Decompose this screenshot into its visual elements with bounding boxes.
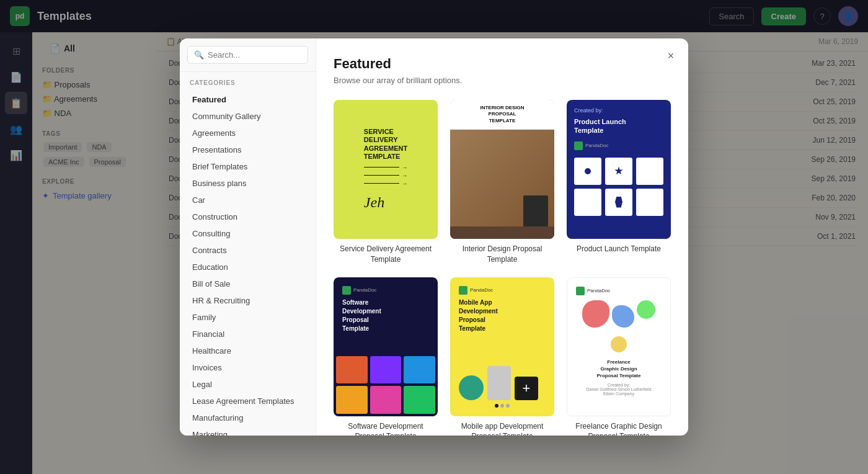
category-consulting[interactable]: Consulting: [182, 225, 313, 242]
category-manufacturing[interactable]: Manufacturing: [182, 409, 313, 426]
template-card-mobile-app[interactable]: PandaDoc Mobile AppDevelopmentProposalTe…: [450, 277, 554, 436]
category-contracts[interactable]: Contracts: [182, 242, 313, 259]
category-business[interactable]: Business plans: [182, 175, 313, 192]
category-community[interactable]: Community Gallery: [182, 108, 313, 125]
search-icon: 🔍: [194, 50, 204, 60]
template-thumb-2: INTERIOR DESIGNPROPOSALTEMPLATE: [450, 100, 554, 239]
category-marketing[interactable]: Marketing: [182, 426, 313, 436]
template-name-2: Interior Design Proposal Template: [450, 244, 554, 265]
template-thumb-1: SERVICEDELIVERYAGREEMENTTEMPLATE →: [334, 100, 438, 239]
category-family[interactable]: Family: [182, 309, 313, 326]
category-invoices[interactable]: Invoices: [182, 359, 313, 376]
modal-main-content: Featured Browse our array of brilliant o…: [316, 38, 688, 436]
featured-title: Featured: [334, 56, 671, 72]
template-name-6: Freelance Graphic Design Proposal Templa…: [567, 421, 671, 436]
category-healthcare[interactable]: Healthcare: [182, 342, 313, 359]
modal-body: 🔍 CATEGORIES Featured Community Gallery …: [180, 38, 688, 436]
category-lease[interactable]: Lease Agreement Templates: [182, 393, 313, 409]
modal-close-button[interactable]: ×: [662, 47, 680, 65]
template-thumb-5: PandaDoc Mobile AppDevelopmentProposalTe…: [450, 277, 554, 416]
template-thumb-4: PandaDoc SoftwareDevelopmentProposalTemp…: [334, 277, 438, 416]
categories-label: CATEGORIES: [180, 79, 316, 91]
modal-overlay[interactable]: × 🔍 CATEGORIES Featured Community Galler…: [0, 0, 868, 474]
category-education[interactable]: Education: [182, 259, 313, 275]
templates-modal: × 🔍 CATEGORIES Featured Community Galler…: [180, 38, 688, 436]
template-card-software-dev[interactable]: PandaDoc SoftwareDevelopmentProposalTemp…: [334, 277, 438, 436]
template-name-5: Mobile app Development Proposal Template: [450, 421, 554, 436]
category-construction[interactable]: Construction: [182, 208, 313, 225]
search-input[interactable]: [208, 50, 301, 60]
category-presentations[interactable]: Presentations: [182, 141, 313, 158]
template-name-3: Product Launch Template: [567, 244, 671, 254]
category-agreements[interactable]: Agreements: [182, 125, 313, 141]
modal-search-section: 🔍: [180, 38, 316, 72]
category-bill[interactable]: Bill of Sale: [182, 275, 313, 292]
featured-subtitle: Browse our array of brilliant options.: [334, 76, 671, 85]
template-name-4: Software Development Proposal Template: [334, 421, 438, 436]
template-card-interior-design[interactable]: INTERIOR DESIGNPROPOSALTEMPLATE Interior…: [450, 100, 554, 265]
category-hr[interactable]: HR & Recruiting: [182, 292, 313, 309]
template-name-1: Service Delivery Agreement Template: [334, 244, 438, 265]
categories-section: CATEGORIES Featured Community Gallery Ag…: [180, 72, 316, 436]
template-card-freelance-graphic[interactable]: PandaDoc FreelanceGraphic DesignProposal…: [567, 277, 671, 436]
category-legal[interactable]: Legal: [182, 376, 313, 393]
template-thumb-6: PandaDoc FreelanceGraphic DesignProposal…: [567, 277, 671, 416]
template-thumb-3: Created by: Product LaunchTemplate Panda…: [567, 100, 671, 239]
category-car[interactable]: Car: [182, 192, 313, 208]
template-card-product-launch[interactable]: Created by: Product LaunchTemplate Panda…: [567, 100, 671, 265]
category-financial[interactable]: Financial: [182, 326, 313, 342]
search-input-wrap[interactable]: 🔍: [187, 46, 308, 64]
category-brief[interactable]: Brief Templates: [182, 158, 313, 175]
category-featured[interactable]: Featured: [182, 91, 313, 108]
modal-sidebar: 🔍 CATEGORIES Featured Community Gallery …: [180, 38, 316, 436]
templates-grid: SERVICEDELIVERYAGREEMENTTEMPLATE →: [334, 100, 671, 436]
template-card-service-delivery[interactable]: SERVICEDELIVERYAGREEMENTTEMPLATE →: [334, 100, 438, 265]
